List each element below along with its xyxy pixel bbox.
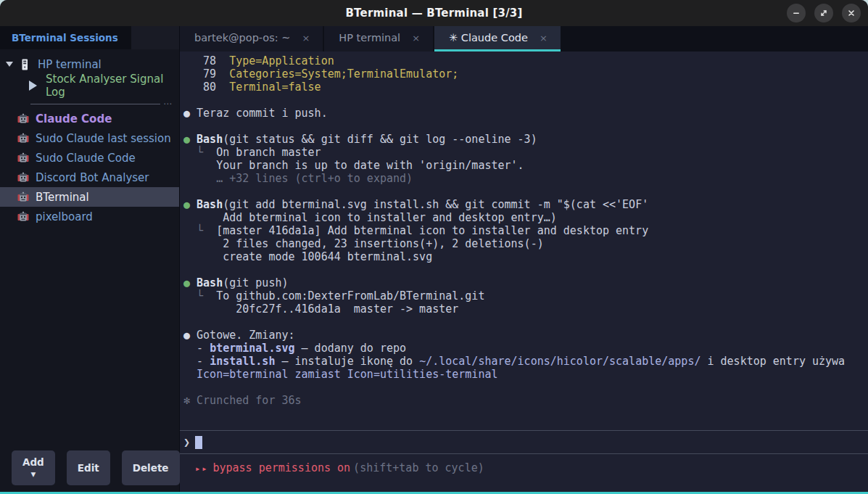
text-cursor [195, 436, 202, 449]
titlebar[interactable]: BTerminal — BTerminal [3/3] [0, 0, 868, 26]
terminal-line: └ To github.com:DexterFromLab/BTerminal.… [183, 289, 864, 302]
play-icon [29, 81, 37, 91]
terminal-line [183, 94, 864, 107]
terminal-panel: bartek@pop-os: ~×HP terminal×✳ Claude Co… [180, 26, 868, 492]
robot-icon [17, 113, 29, 125]
tab-hp-terminal[interactable]: HP terminal× [324, 26, 433, 52]
terminal-line [183, 185, 864, 198]
tab-claude-code[interactable]: ✳ Claude Code× [434, 26, 561, 52]
maximize-icon [819, 9, 828, 17]
tab-close-icon[interactable]: × [300, 33, 311, 44]
terminal-line: ● Bash(git push) [183, 276, 864, 289]
tree-item-label: Stock Analyser Signal Log [46, 73, 179, 99]
main-area: BTerminal Sessions HP terminal Stock Ana… [0, 26, 868, 492]
tree-item-stock-analyser-signal-log[interactable]: Stock Analyser Signal Log [0, 75, 179, 96]
terminal-line: create mode 100644 bterminal.svg [183, 250, 864, 263]
terminal-line: - bterminal.svg — dodany do repo [183, 342, 864, 355]
bterminal-window: BTerminal — BTerminal [3/3] BTerminal Se… [0, 0, 868, 494]
session-item-pixelboard[interactable]: pixelboard [0, 207, 179, 226]
tab-close-icon[interactable]: × [538, 33, 549, 44]
robot-icon [17, 211, 29, 223]
sidebar-header-strip: BTerminal Sessions [0, 26, 179, 49]
tab-bartek-pop-os[interactable]: bartek@pop-os: ~× [180, 26, 323, 52]
window-title: BTerminal — BTerminal [3/3] [345, 7, 522, 20]
fast-forward-icon: ▸▸ [195, 464, 208, 474]
status-bar: ▸▸bypass permissions on(shift+tab to cyc… [180, 454, 868, 492]
terminal-line: 20fc27f..416da1a master -> master [183, 302, 864, 316]
session-label: Sudo Claude Code [36, 152, 136, 165]
terminal-line: └ [master 416da1a] Add bterminal icon to… [183, 224, 864, 237]
divider-line [30, 104, 160, 104]
maximize-button[interactable] [814, 4, 833, 22]
terminal-line: ● Bash(git status && git diff && git log… [183, 133, 864, 146]
tab-bar: bartek@pop-os: ~×HP terminal×✳ Claude Co… [180, 26, 868, 52]
terminal-line: … +32 lines (ctrl+o to expand) [183, 172, 864, 185]
terminal-line [183, 316, 864, 329]
sessions-sidebar: BTerminal Sessions HP terminal Stock Ana… [0, 26, 180, 492]
robot-icon [17, 192, 29, 203]
session-label: pixelboard [36, 210, 93, 223]
sidebar-buttons: Add ▾ Edit Delete [0, 450, 179, 492]
delete-button[interactable]: Delete [122, 450, 180, 485]
session-item-discord-bot-analyser[interactable]: Discord Bot Analyser [0, 168, 179, 187]
session-item-bterminal[interactable]: BTerminal [0, 187, 179, 207]
terminal-line: 79 Categories=System;TerminalEmulator; [183, 67, 864, 81]
robot-icon [17, 152, 29, 164]
tree-divider: ⋯ [30, 102, 172, 106]
robot-icon [17, 172, 29, 184]
prompt-input[interactable]: ❯ [180, 431, 868, 453]
chevron-down-icon[interactable] [6, 62, 13, 67]
ellipsis-icon: ⋯ [163, 102, 172, 106]
terminal-line: - install.sh — instaluje ikonę do ~/.loc… [183, 355, 864, 368]
terminal-line: └ On branch master [183, 146, 864, 159]
terminal-line: ● Teraz commit i push. [183, 107, 864, 120]
terminal-line: 2 files changed, 23 insertions(+), 2 del… [183, 237, 864, 250]
computer-icon [19, 59, 30, 70]
session-item-sudo-claude-code[interactable]: Sudo Claude Code [0, 148, 179, 168]
terminal-line: 78 Type=Application [183, 54, 864, 67]
sessions-panel-tab[interactable]: BTerminal Sessions [0, 26, 131, 49]
edit-button[interactable]: Edit [67, 450, 110, 485]
minimize-icon [792, 9, 801, 17]
terminal-line: Icon=bterminal zamiast Icon=utilities-te… [183, 368, 864, 381]
terminal-pane[interactable]: 78 Type=Application 79 Categories=System… [180, 52, 868, 492]
terminal-line: ✻ Crunched for 36s [183, 394, 864, 407]
terminal-line [183, 120, 864, 133]
close-icon [847, 9, 856, 17]
session-label: Discord Bot Analyser [36, 171, 149, 184]
terminal-line [183, 381, 864, 394]
session-item-sudo-claude-last-session[interactable]: Sudo Claude last session [0, 128, 179, 148]
permission-mode-label: bypass permissions on [212, 461, 350, 474]
sidebar-spacer [0, 226, 179, 450]
session-label: BTerminal [36, 191, 89, 204]
tab-label: bartek@pop-os: ~ [194, 32, 290, 44]
terminal-line: 80 Terminal=false [183, 81, 864, 94]
tab-label: ✳ Claude Code [449, 32, 528, 44]
window-controls [787, 4, 861, 22]
minimize-button[interactable] [787, 4, 806, 22]
robot-icon [17, 133, 29, 144]
terminal-line: ● Gotowe. Zmiany: [183, 329, 864, 342]
tree-item-label: HP terminal [38, 58, 102, 71]
tab-label: HP terminal [339, 32, 400, 44]
session-label: Sudo Claude last session [36, 132, 171, 145]
add-button[interactable]: Add ▾ [12, 450, 55, 485]
tab-close-icon[interactable]: × [410, 33, 421, 44]
terminal-line: Add bterminal icon to installer and desk… [183, 211, 864, 224]
terminal-line: ● Bash(git add bterminal.svg install.sh … [183, 198, 864, 211]
session-list: Claude CodeSudo Claude last sessionSudo … [0, 109, 179, 226]
session-tree: HP terminal Stock Analyser Signal Log ⋯ … [0, 49, 179, 226]
terminal-output[interactable]: 78 Type=Application 79 Categories=System… [180, 52, 868, 430]
prompt-symbol: ❯ [183, 436, 190, 449]
session-item-claude-code[interactable]: Claude Code [0, 109, 179, 128]
terminal-line: Your branch is up to date with 'origin/m… [183, 159, 864, 172]
close-button[interactable] [842, 4, 861, 22]
session-label: Claude Code [36, 112, 112, 125]
input-zone: ❯ ▸▸bypass permissions on(shift+tab to c… [180, 430, 868, 492]
status-hint: (shift+tab to cycle) [353, 461, 484, 474]
terminal-line [183, 263, 864, 276]
